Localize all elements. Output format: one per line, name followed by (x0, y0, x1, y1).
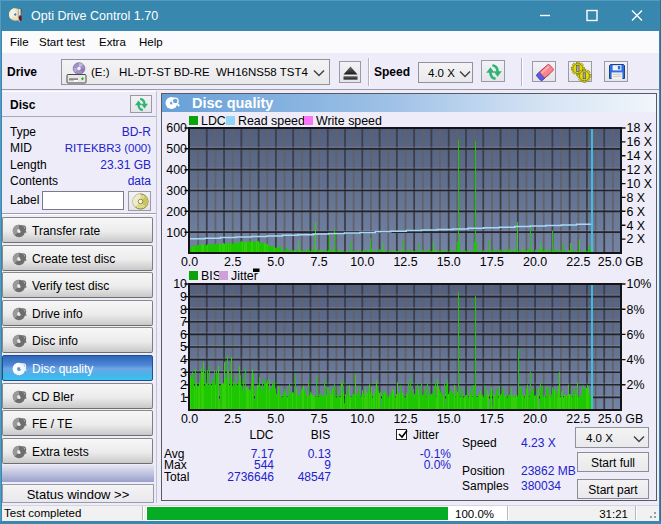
svg-text:2%: 2% (627, 378, 645, 392)
svg-text:16 X: 16 X (627, 135, 653, 149)
svg-text:4: 4 (180, 353, 187, 367)
svg-text:3: 3 (180, 366, 187, 380)
svg-text:15.0: 15.0 (437, 412, 461, 426)
svg-text:6 X: 6 X (627, 205, 646, 219)
svg-text:300: 300 (166, 184, 187, 198)
svg-text:600: 600 (166, 121, 187, 135)
svg-text:18 X: 18 X (627, 121, 653, 135)
svg-text:9: 9 (180, 290, 187, 304)
svg-text:8: 8 (180, 303, 187, 317)
svg-text:BIS: BIS (201, 269, 221, 283)
svg-text:10 X: 10 X (627, 177, 653, 191)
svg-text:7: 7 (180, 315, 187, 329)
svg-text:1: 1 (180, 391, 187, 405)
svg-text:4%: 4% (627, 353, 645, 367)
svg-text:7.5: 7.5 (310, 412, 327, 426)
svg-text:17.5: 17.5 (480, 412, 504, 426)
svg-text:5.0: 5.0 (267, 412, 284, 426)
svg-text:2.5: 2.5 (224, 412, 241, 426)
svg-text:4 X: 4 X (627, 219, 646, 233)
svg-text:25.0 GB: 25.0 GB (598, 412, 643, 426)
svg-text:5: 5 (180, 340, 187, 354)
svg-text:14 X: 14 X (627, 149, 653, 163)
svg-text:400: 400 (166, 163, 187, 177)
svg-text:500: 500 (166, 142, 187, 156)
svg-text:12.5: 12.5 (393, 412, 417, 426)
svg-text:Write speed: Write speed (316, 114, 382, 128)
svg-text:200: 200 (166, 205, 187, 219)
svg-text:8%: 8% (627, 303, 645, 317)
svg-text:6%: 6% (627, 328, 645, 342)
svg-text:10: 10 (173, 277, 187, 291)
svg-text:10%: 10% (627, 277, 652, 291)
svg-text:10.0: 10.0 (350, 412, 374, 426)
svg-text:100: 100 (166, 226, 187, 240)
svg-text:Read speed: Read speed (238, 114, 305, 128)
svg-text:2: 2 (180, 378, 187, 392)
svg-text:22.5: 22.5 (566, 412, 590, 426)
svg-text:2 X: 2 X (627, 232, 646, 246)
svg-text:6: 6 (180, 328, 187, 342)
svg-text:8 X: 8 X (627, 191, 646, 205)
svg-text:LDC: LDC (201, 114, 226, 128)
svg-text:20.0: 20.0 (523, 412, 547, 426)
svg-text:12 X: 12 X (627, 163, 653, 177)
svg-text:0.0: 0.0 (181, 412, 198, 426)
